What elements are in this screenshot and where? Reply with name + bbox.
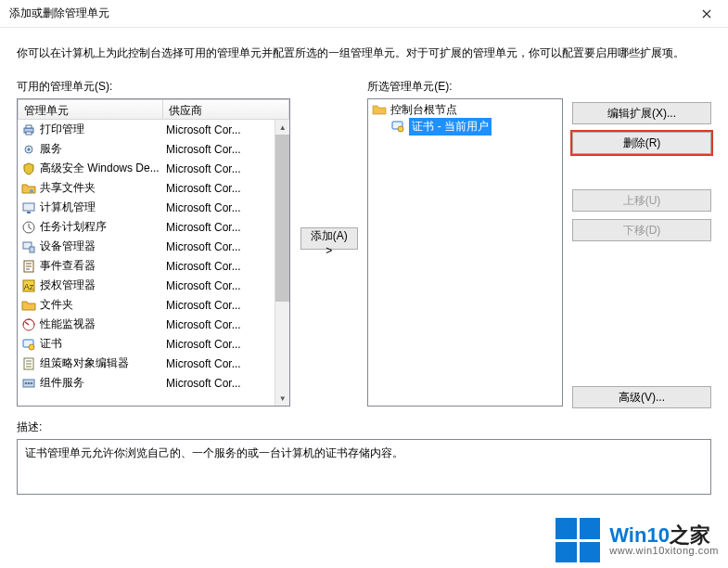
move-down-button[interactable]: 下移(D) — [572, 219, 711, 241]
auth-icon: Az — [21, 278, 36, 293]
available-row[interactable]: Az授权管理器Microsoft Cor... — [18, 276, 275, 295]
watermark-url: www.win10xitong.com — [609, 546, 719, 557]
available-row-name: 授权管理器 — [40, 278, 96, 293]
available-rows: 打印管理Microsoft Cor...服务Microsoft Cor...高级… — [18, 120, 275, 406]
scroll-down-icon[interactable]: ▼ — [275, 391, 289, 406]
available-header: 管理单元 供应商 — [18, 99, 289, 120]
selected-label: 所选管理单元(E): — [367, 79, 563, 95]
description-label: 描述: — [17, 420, 711, 435]
available-row-vendor: Microsoft Cor... — [162, 338, 275, 351]
svg-rect-2 — [26, 132, 32, 135]
available-row[interactable]: 证书Microsoft Cor... — [18, 334, 275, 354]
advanced-button[interactable]: 高级(V)... — [572, 386, 711, 408]
svg-point-19 — [25, 381, 28, 384]
available-header-name[interactable]: 管理单元 — [18, 99, 162, 120]
windows-logo-icon — [556, 518, 600, 562]
tree-child-label: 证书 - 当前用户 — [409, 118, 492, 136]
folder-root-icon — [372, 102, 387, 117]
available-row-name: 性能监视器 — [40, 316, 96, 332]
svg-point-4 — [28, 148, 31, 150]
available-row[interactable]: 性能监视器Microsoft Cor... — [18, 315, 275, 334]
perf-icon — [21, 317, 36, 332]
tree-root-label: 控制台根节点 — [390, 102, 457, 118]
available-row[interactable]: 计算机管理Microsoft Cor... — [18, 198, 275, 217]
available-row-name: 任务计划程序 — [40, 219, 107, 235]
watermark: Win10之家 www.win10xitong.com — [556, 518, 719, 562]
shield-icon — [21, 161, 36, 176]
available-row-name: 设备管理器 — [40, 239, 96, 254]
available-row-name: 打印管理 — [40, 122, 84, 137]
available-row[interactable]: 组件服务Microsoft Cor... — [18, 373, 275, 393]
available-row[interactable]: 事件查看器Microsoft Cor... — [18, 256, 275, 276]
component-icon — [21, 376, 36, 391]
cert-icon — [390, 119, 405, 134]
device-icon — [21, 239, 36, 254]
clock-icon — [21, 220, 36, 235]
svg-rect-1 — [26, 125, 32, 128]
folder-icon — [21, 298, 36, 313]
available-row-name: 证书 — [40, 336, 62, 352]
available-row-vendor: Microsoft Cor... — [162, 377, 275, 390]
scroll-up-icon[interactable]: ▲ — [275, 120, 289, 135]
available-row-vendor: Microsoft Cor... — [162, 357, 275, 370]
available-row-vendor: Microsoft Cor... — [162, 162, 275, 175]
available-row[interactable]: 打印管理Microsoft Cor... — [18, 120, 275, 139]
gear-icon — [21, 142, 36, 157]
watermark-brand-a: Win10 — [609, 523, 670, 547]
intro-text: 你可以在计算机上为此控制台选择可用的管理单元并配置所选的一组管理单元。对于可扩展… — [17, 45, 711, 62]
printer-icon — [21, 123, 36, 137]
available-row-name: 组策略对象编辑器 — [40, 355, 129, 371]
available-row[interactable]: 共享文件夹Microsoft Cor... — [18, 178, 275, 198]
available-row-vendor: Microsoft Cor... — [162, 279, 275, 292]
svg-rect-6 — [23, 203, 34, 211]
close-icon — [702, 9, 711, 19]
available-row-vendor: Microsoft Cor... — [162, 123, 275, 136]
tree-child[interactable]: 证书 - 当前用户 — [370, 118, 560, 135]
available-row-name: 高级安全 Windows De... — [40, 161, 160, 176]
svg-rect-7 — [27, 212, 31, 213]
svg-point-5 — [30, 189, 33, 193]
available-row-name: 共享文件夹 — [40, 180, 96, 196]
tree-root[interactable]: 控制台根节点 — [370, 101, 560, 118]
cert-icon — [21, 337, 36, 352]
available-row-name: 组件服务 — [40, 375, 84, 391]
available-row-vendor: Microsoft Cor... — [162, 260, 275, 273]
remove-button[interactable]: 删除(R) — [572, 132, 711, 154]
available-row-name: 服务 — [40, 141, 62, 157]
available-row[interactable]: 任务计划程序Microsoft Cor... — [18, 217, 275, 237]
available-row-name: 计算机管理 — [40, 200, 96, 215]
folder-share-icon — [21, 181, 36, 196]
available-row[interactable]: 文件夹Microsoft Cor... — [18, 295, 275, 315]
edit-extensions-button[interactable]: 编辑扩展(X)... — [572, 102, 711, 124]
available-row-vendor: Microsoft Cor... — [162, 318, 275, 331]
available-row-name: 文件夹 — [40, 297, 73, 313]
scroll-thumb[interactable] — [275, 135, 289, 302]
event-icon — [21, 259, 36, 274]
available-header-vendor[interactable]: 供应商 — [162, 99, 289, 120]
available-row[interactable]: 设备管理器Microsoft Cor... — [18, 237, 275, 256]
gpo-icon — [21, 356, 36, 371]
add-button[interactable]: 添加(A) > — [300, 227, 358, 250]
move-up-button[interactable]: 上移(U) — [572, 189, 711, 212]
description-text: 证书管理单元允许你浏览自己的、一个服务的或一台计算机的证书存储内容。 — [25, 446, 403, 459]
available-row[interactable]: 高级安全 Windows De...Microsoft Cor... — [18, 159, 275, 178]
svg-point-23 — [398, 126, 403, 132]
available-row-vendor: Microsoft Cor... — [162, 201, 275, 214]
available-row[interactable]: 组策略对象编辑器Microsoft Cor... — [18, 354, 275, 373]
description-box: 证书管理单元允许你浏览自己的、一个服务的或一台计算机的证书存储内容。 — [17, 439, 711, 495]
close-button[interactable] — [685, 0, 728, 28]
selected-listbox[interactable]: 控制台根节点 证书 - 当前用户 — [367, 98, 563, 407]
available-listbox[interactable]: 管理单元 供应商 打印管理Microsoft Cor...服务Microsoft… — [17, 98, 290, 407]
svg-point-21 — [31, 381, 33, 384]
available-scrollbar[interactable]: ▲ ▼ — [275, 120, 289, 406]
available-row-vendor: Microsoft Cor... — [162, 299, 275, 312]
svg-point-20 — [28, 381, 31, 384]
available-row[interactable]: 服务Microsoft Cor... — [18, 139, 275, 159]
available-row-vendor: Microsoft Cor... — [162, 182, 275, 195]
available-row-name: 事件查看器 — [40, 258, 96, 274]
svg-rect-10 — [30, 247, 34, 252]
available-row-vendor: Microsoft Cor... — [162, 143, 275, 156]
available-row-vendor: Microsoft Cor... — [162, 221, 275, 234]
svg-point-16 — [29, 344, 34, 350]
titlebar: 添加或删除管理单元 — [0, 0, 728, 28]
